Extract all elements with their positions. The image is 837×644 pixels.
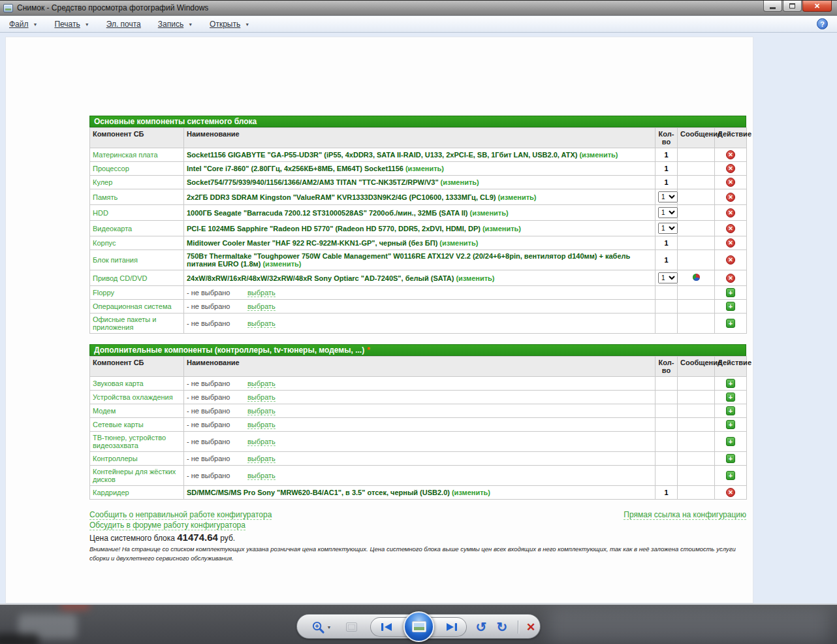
rotate-counterclockwise-button[interactable]: ↺ — [472, 619, 490, 636]
choose-link[interactable]: выбрать — [247, 455, 276, 463]
menu-item-запись[interactable]: Запись▼ — [158, 20, 193, 29]
component-link[interactable]: Floppy — [93, 289, 114, 297]
add-button[interactable]: + — [726, 393, 735, 402]
remove-button[interactable]: ✕ — [726, 488, 735, 497]
choose-link[interactable]: выбрать — [247, 289, 276, 297]
change-link[interactable]: (изменить) — [439, 239, 478, 247]
rotate-clockwise-button[interactable]: ↻ — [493, 619, 511, 636]
choose-link[interactable]: выбрать — [247, 438, 276, 446]
component-link[interactable]: Процессор — [93, 165, 129, 172]
component-link[interactable]: Операционная система — [93, 302, 172, 310]
component-link[interactable]: Контроллеры — [93, 455, 138, 462]
table-row: КулерSocket754/775/939/940/1156/1366/AM2… — [90, 176, 747, 189]
component-link[interactable]: Блок питания — [93, 256, 138, 264]
add-button[interactable]: + — [726, 302, 735, 311]
component-link[interactable]: Видеокарта — [93, 225, 132, 233]
slideshow-button[interactable] — [403, 611, 434, 642]
add-button[interactable]: + — [726, 437, 735, 446]
component-link[interactable]: Модем — [93, 407, 116, 415]
component-link[interactable]: Память — [93, 193, 118, 201]
column-header: Наименование — [184, 128, 655, 148]
remove-button[interactable]: ✕ — [726, 150, 735, 159]
remove-button[interactable]: ✕ — [726, 238, 735, 248]
change-link[interactable]: (изменить) — [452, 489, 490, 496]
change-link[interactable]: (изменить) — [482, 225, 521, 233]
product-name: Socket754/775/939/940/1156/1366/AM2/AM3 … — [187, 178, 439, 186]
window-title: Снимок - Средство просмотра фотографий W… — [17, 3, 208, 12]
quantity-select[interactable]: 1 — [658, 191, 678, 202]
not-selected-label: - не выбрано — [187, 438, 247, 445]
menu-item-эл-почта[interactable]: Эл. почта — [106, 20, 141, 29]
choose-link[interactable]: выбрать — [247, 319, 276, 328]
page-footer: Сообщить о неправильной работе конфигура… — [89, 510, 746, 564]
component-link[interactable]: HDD — [93, 209, 108, 217]
component-link[interactable]: Кардридер — [93, 489, 129, 496]
component-link[interactable]: Контейнеры для жёстких дисков — [93, 468, 176, 483]
quantity-select[interactable]: 1 — [658, 207, 678, 218]
remove-button[interactable]: ✕ — [726, 208, 735, 217]
not-selected-label: - не выбрано — [187, 379, 247, 387]
direct-configuration-link[interactable]: Прямая ссылка на конфигурацию — [624, 510, 746, 520]
add-button[interactable]: + — [726, 379, 735, 388]
component-link[interactable]: ТВ-тюнер, устройство видеозахвата — [93, 434, 166, 449]
component-link[interactable]: Устройства охлаждения — [93, 393, 173, 401]
product-name: 750Вт Thermaltake "Toughpower 750W Cable… — [187, 252, 630, 268]
delete-button[interactable]: ✕ — [522, 619, 540, 635]
remove-button[interactable]: ✕ — [726, 274, 735, 283]
component-link[interactable]: Звуковая карта — [93, 379, 144, 387]
remove-button[interactable]: ✕ — [726, 193, 735, 202]
component-link[interactable]: Корпус — [93, 239, 116, 247]
column-header: Действие — [715, 128, 747, 148]
change-link[interactable]: (изменить) — [579, 151, 618, 159]
change-link[interactable]: (изменить) — [441, 178, 479, 186]
choose-link[interactable]: выбрать — [247, 407, 276, 415]
component-link[interactable]: Привод CD/DVD — [93, 274, 147, 282]
zoom-button[interactable]: ▼ — [310, 619, 332, 635]
add-button[interactable]: + — [726, 454, 735, 463]
choose-link[interactable]: выбрать — [247, 393, 276, 402]
choose-link[interactable]: выбрать — [247, 302, 276, 311]
table-row: Контейнеры для жёстких дисков- не выбран… — [90, 466, 747, 486]
add-button[interactable]: + — [726, 288, 735, 297]
maximize-button[interactable] — [783, 1, 802, 12]
add-button[interactable]: + — [726, 319, 735, 328]
table-row: Привод CD/DVD24xW/8xRW/16xR/48xW/32xRW/4… — [90, 270, 747, 286]
close-button[interactable]: ✕ — [802, 1, 832, 12]
component-link[interactable]: Материнская плата — [93, 151, 158, 159]
menu-item-label: Запись — [158, 20, 183, 29]
change-link[interactable]: (изменить) — [470, 209, 509, 217]
choose-link[interactable]: выбрать — [247, 472, 276, 480]
add-button[interactable]: + — [726, 420, 735, 429]
menu-item-открыть[interactable]: Открыть▼ — [210, 20, 249, 29]
previous-button[interactable] — [377, 620, 396, 634]
component-link[interactable]: Офисные пакеты и приложения — [93, 315, 156, 331]
component-link[interactable]: Кулер — [93, 178, 112, 186]
remove-button[interactable]: ✕ — [726, 224, 735, 233]
table-row: HDD1000ГБ Seagate "Barracuda 7200.12 ST3… — [90, 205, 747, 221]
add-button[interactable]: + — [726, 406, 735, 415]
quantity-select[interactable]: 1 — [658, 223, 678, 234]
product-name: Socket1156 GIGABYTE "GA-P55-UD3R" (iP55,… — [187, 151, 577, 159]
change-link[interactable]: (изменить) — [456, 274, 494, 282]
help-button[interactable]: ? — [817, 18, 828, 29]
minimize-button[interactable] — [763, 1, 782, 12]
product-name: Miditower Cooler Master "HAF 922 RC-922M… — [187, 239, 437, 247]
quantity-select[interactable]: 1 — [658, 272, 678, 283]
change-link[interactable]: (изменить) — [262, 260, 301, 268]
choose-link[interactable]: выбрать — [247, 379, 276, 388]
component-link[interactable]: Сетевые карты — [93, 421, 144, 428]
choose-link[interactable]: выбрать — [247, 421, 276, 429]
change-link[interactable]: (изменить) — [405, 165, 444, 172]
remove-button[interactable]: ✕ — [726, 178, 735, 187]
forum-discussion-link[interactable]: Обсудить в форуме работу конфигуратора — [89, 521, 245, 530]
next-button[interactable] — [442, 620, 462, 634]
remove-button[interactable]: ✕ — [726, 164, 735, 173]
remove-button[interactable]: ✕ — [726, 255, 735, 265]
quantity-value: 1 — [664, 239, 668, 247]
report-problem-link[interactable]: Сообщить о неправильной работе конфигура… — [89, 510, 272, 520]
actual-size-button[interactable] — [344, 621, 358, 633]
change-link[interactable]: (изменить) — [497, 193, 536, 201]
menu-item-печать[interactable]: Печать▼ — [54, 20, 89, 29]
add-button[interactable]: + — [726, 471, 735, 480]
menu-item-файл[interactable]: Файл▼ — [9, 20, 37, 29]
